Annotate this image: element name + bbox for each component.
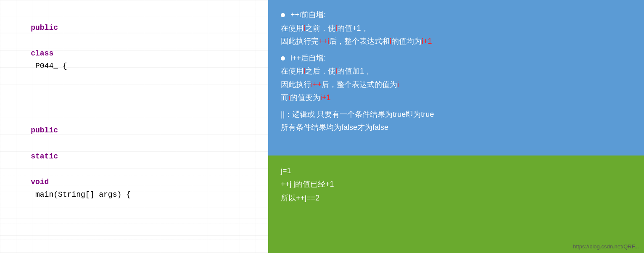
green-panel: j=1 ++j j的值已经+1 所以++j==2 <box>268 155 644 253</box>
keyword-public: public <box>31 24 58 32</box>
code-line-3: public static void main(String[] args) { <box>13 98 255 214</box>
bullet1-title: ++i前自增: <box>281 8 631 22</box>
or-logic-line1: ||：逻辑或 只要有一个条件结果为true即为true <box>281 108 631 121</box>
code-panel: public class P044_ { public static void … <box>0 0 268 253</box>
bullet-item-1: ++i前自增: 在使用i之前，使i的值+1， 因此执行完++i后，整个表达式和i… <box>281 8 631 48</box>
bullet2-line3: 因此执行i++后，整个表达式的值为i <box>281 78 631 92</box>
bullet2-line2: 在使用i之后，使i的值加1， <box>281 65 631 78</box>
bullet2-line4: 而i的值变为i+1 <box>281 91 631 105</box>
keyword-class: class <box>31 49 53 58</box>
keyword-void: void <box>31 178 49 186</box>
csdn-link: https://blog.csdn.net/QRF... <box>573 243 639 250</box>
bullet-dot-1 <box>281 13 285 17</box>
bullet1-line2: 在使用i之前，使i的值+1， <box>281 22 631 35</box>
blue-panel: ++i前自增: 在使用i之前，使i的值+1， 因此执行完++i后，整个表达式和i… <box>268 0 644 155</box>
right-panel: ++i前自增: 在使用i之前，使i的值+1， 因此执行完++i后，整个表达式和i… <box>268 0 644 253</box>
code-line-5: // TODO 自动生成的方法存根 <box>13 227 255 253</box>
green-line3: 所以++j==2 <box>281 191 631 205</box>
green-line2: ++j j的值已经+1 <box>281 177 631 191</box>
or-logic-line2: 所有条件结果均为false才为false <box>281 121 631 134</box>
green-line1: j=1 <box>281 164 631 177</box>
keyword-public2: public <box>31 126 58 134</box>
code-line-2 <box>13 86 255 99</box>
bullet2-title: i++后自增: <box>281 52 631 65</box>
bullet-item-2: i++后自增: 在使用i之后，使i的值加1， 因此执行i++后，整个表达式的值为… <box>281 52 631 105</box>
code-line-1: public class P044_ { <box>13 8 255 86</box>
keyword-static: static <box>31 152 58 161</box>
code-line-4 <box>13 214 255 227</box>
bullet-dot-2 <box>281 56 285 61</box>
bullet1-line3: 因此执行完++i后，整个表达式和i的值均为i+1 <box>281 35 631 48</box>
